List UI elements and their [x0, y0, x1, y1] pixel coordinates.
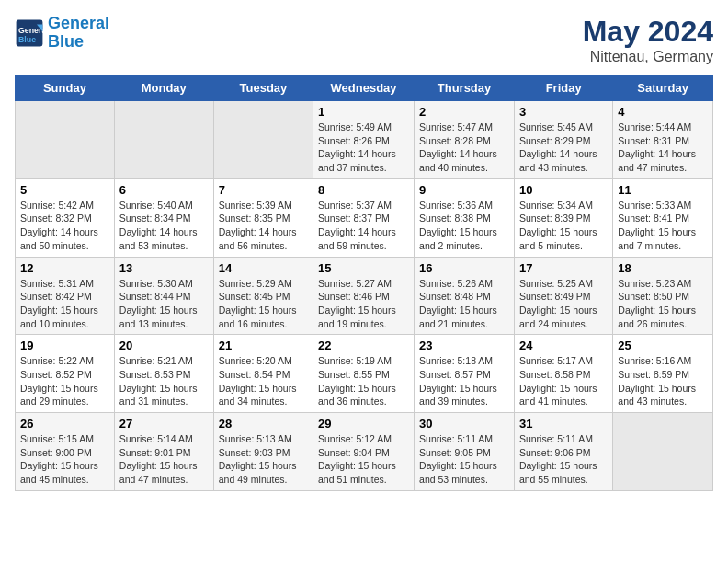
day-info: Sunrise: 5:30 AM Sunset: 8:44 PM Dayligh… [119, 277, 209, 331]
calendar-table: SundayMondayTuesdayWednesdayThursdayFrid… [15, 75, 713, 491]
day-number: 17 [519, 261, 608, 275]
calendar-title: May 2024 [583, 15, 713, 49]
calendar-cell: 28Sunrise: 5:13 AM Sunset: 9:03 PM Dayli… [213, 413, 313, 491]
calendar-cell: 9Sunrise: 5:36 AM Sunset: 8:38 PM Daylig… [415, 178, 515, 257]
calendar-cell: 14Sunrise: 5:29 AM Sunset: 8:45 PM Dayli… [213, 257, 313, 335]
day-number: 23 [419, 339, 509, 352]
week-row-1: 1Sunrise: 5:49 AM Sunset: 8:26 PM Daylig… [16, 101, 713, 179]
calendar-cell: 27Sunrise: 5:14 AM Sunset: 9:01 PM Dayli… [114, 413, 213, 491]
day-info: Sunrise: 5:12 AM Sunset: 9:04 PM Dayligh… [318, 432, 409, 487]
day-info: Sunrise: 5:23 AM Sunset: 8:50 PM Dayligh… [618, 277, 708, 331]
day-info: Sunrise: 5:31 AM Sunset: 8:42 PM Dayligh… [20, 277, 109, 331]
day-number: 19 [20, 339, 109, 352]
calendar-cell: 5Sunrise: 5:42 AM Sunset: 8:32 PM Daylig… [16, 178, 115, 257]
calendar-cell [613, 413, 713, 491]
calendar-cell: 21Sunrise: 5:20 AM Sunset: 8:54 PM Dayli… [213, 335, 313, 413]
weekday-friday: Friday [514, 75, 612, 101]
calendar-cell: 24Sunrise: 5:17 AM Sunset: 8:58 PM Dayli… [514, 335, 612, 413]
day-info: Sunrise: 5:47 AM Sunset: 8:28 PM Dayligh… [419, 121, 509, 175]
calendar-cell: 15Sunrise: 5:27 AM Sunset: 8:46 PM Dayli… [313, 257, 415, 335]
day-info: Sunrise: 5:34 AM Sunset: 8:39 PM Dayligh… [519, 199, 608, 253]
day-number: 9 [419, 183, 509, 197]
calendar-cell: 3Sunrise: 5:45 AM Sunset: 8:29 PM Daylig… [514, 101, 612, 179]
day-number: 5 [20, 183, 109, 197]
day-number: 3 [519, 105, 608, 119]
svg-text:Blue: Blue [18, 34, 36, 43]
day-info: Sunrise: 5:27 AM Sunset: 8:46 PM Dayligh… [318, 277, 409, 331]
day-info: Sunrise: 5:36 AM Sunset: 8:38 PM Dayligh… [419, 199, 509, 253]
day-number: 25 [618, 339, 708, 352]
day-info: Sunrise: 5:18 AM Sunset: 8:57 PM Dayligh… [419, 354, 509, 408]
calendar-cell: 26Sunrise: 5:15 AM Sunset: 9:00 PM Dayli… [16, 413, 115, 491]
weekday-header-row: SundayMondayTuesdayWednesdayThursdayFrid… [16, 75, 713, 101]
week-row-5: 26Sunrise: 5:15 AM Sunset: 9:00 PM Dayli… [16, 413, 713, 491]
day-info: Sunrise: 5:45 AM Sunset: 8:29 PM Dayligh… [519, 121, 608, 175]
weekday-thursday: Thursday [415, 75, 515, 101]
calendar-cell: 22Sunrise: 5:19 AM Sunset: 8:55 PM Dayli… [313, 335, 415, 413]
calendar-cell [213, 101, 313, 179]
calendar-cell: 23Sunrise: 5:18 AM Sunset: 8:57 PM Dayli… [415, 335, 515, 413]
calendar-cell [114, 101, 213, 179]
day-info: Sunrise: 5:20 AM Sunset: 8:54 PM Dayligh… [219, 354, 308, 408]
day-number: 4 [618, 105, 708, 119]
calendar-cell: 31Sunrise: 5:11 AM Sunset: 9:06 PM Dayli… [514, 413, 612, 491]
calendar-cell: 13Sunrise: 5:30 AM Sunset: 8:44 PM Dayli… [114, 257, 213, 335]
day-info: Sunrise: 5:11 AM Sunset: 9:05 PM Dayligh… [419, 432, 509, 487]
calendar-cell: 18Sunrise: 5:23 AM Sunset: 8:50 PM Dayli… [613, 257, 713, 335]
logo: General Blue GeneralBlue [15, 15, 109, 52]
calendar-cell: 10Sunrise: 5:34 AM Sunset: 8:39 PM Dayli… [514, 178, 612, 257]
calendar-cell: 1Sunrise: 5:49 AM Sunset: 8:26 PM Daylig… [313, 101, 415, 179]
day-info: Sunrise: 5:25 AM Sunset: 8:49 PM Dayligh… [519, 277, 608, 331]
day-number: 6 [119, 183, 209, 197]
day-number: 29 [318, 417, 409, 431]
calendar-cell: 2Sunrise: 5:47 AM Sunset: 8:28 PM Daylig… [415, 101, 515, 179]
day-number: 16 [419, 261, 509, 275]
day-info: Sunrise: 5:14 AM Sunset: 9:01 PM Dayligh… [119, 432, 209, 487]
day-number: 14 [219, 261, 308, 275]
day-number: 8 [318, 183, 409, 197]
day-number: 21 [219, 339, 308, 352]
day-number: 22 [318, 339, 409, 352]
calendar-cell [16, 101, 115, 179]
day-number: 28 [219, 417, 308, 431]
calendar-cell: 17Sunrise: 5:25 AM Sunset: 8:49 PM Dayli… [514, 257, 612, 335]
weekday-tuesday: Tuesday [213, 75, 313, 101]
calendar-cell: 20Sunrise: 5:21 AM Sunset: 8:53 PM Dayli… [114, 335, 213, 413]
day-info: Sunrise: 5:15 AM Sunset: 9:00 PM Dayligh… [20, 432, 109, 487]
day-number: 24 [519, 339, 608, 352]
day-info: Sunrise: 5:29 AM Sunset: 8:45 PM Dayligh… [219, 277, 308, 331]
day-number: 20 [119, 339, 209, 352]
page-header: General Blue GeneralBlue May 2024 Nitten… [15, 15, 713, 65]
day-info: Sunrise: 5:40 AM Sunset: 8:34 PM Dayligh… [119, 199, 209, 253]
day-info: Sunrise: 5:49 AM Sunset: 8:26 PM Dayligh… [318, 121, 409, 175]
day-number: 18 [618, 261, 708, 275]
calendar-cell: 16Sunrise: 5:26 AM Sunset: 8:48 PM Dayli… [415, 257, 515, 335]
day-number: 13 [119, 261, 209, 275]
calendar-cell: 30Sunrise: 5:11 AM Sunset: 9:05 PM Dayli… [415, 413, 515, 491]
weekday-sunday: Sunday [16, 75, 115, 101]
day-info: Sunrise: 5:19 AM Sunset: 8:55 PM Dayligh… [318, 354, 409, 408]
calendar-cell: 25Sunrise: 5:16 AM Sunset: 8:59 PM Dayli… [613, 335, 713, 413]
calendar-cell: 12Sunrise: 5:31 AM Sunset: 8:42 PM Dayli… [16, 257, 115, 335]
calendar-cell: 11Sunrise: 5:33 AM Sunset: 8:41 PM Dayli… [613, 178, 713, 257]
weekday-monday: Monday [114, 75, 213, 101]
day-info: Sunrise: 5:17 AM Sunset: 8:58 PM Dayligh… [519, 354, 608, 408]
calendar-cell: 4Sunrise: 5:44 AM Sunset: 8:31 PM Daylig… [613, 101, 713, 179]
day-number: 31 [519, 417, 608, 431]
calendar-cell: 6Sunrise: 5:40 AM Sunset: 8:34 PM Daylig… [114, 178, 213, 257]
logo-icon: General Blue [15, 18, 44, 48]
day-info: Sunrise: 5:33 AM Sunset: 8:41 PM Dayligh… [618, 199, 708, 253]
week-row-4: 19Sunrise: 5:22 AM Sunset: 8:52 PM Dayli… [16, 335, 713, 413]
day-number: 12 [20, 261, 109, 275]
day-info: Sunrise: 5:42 AM Sunset: 8:32 PM Dayligh… [20, 199, 109, 253]
day-number: 15 [318, 261, 409, 275]
day-number: 27 [119, 417, 209, 431]
day-number: 26 [20, 417, 109, 431]
day-number: 30 [419, 417, 509, 431]
day-number: 10 [519, 183, 608, 197]
calendar-cell: 7Sunrise: 5:39 AM Sunset: 8:35 PM Daylig… [213, 178, 313, 257]
day-number: 2 [419, 105, 509, 119]
day-number: 11 [618, 183, 708, 197]
day-info: Sunrise: 5:21 AM Sunset: 8:53 PM Dayligh… [119, 354, 209, 408]
weekday-saturday: Saturday [613, 75, 713, 101]
